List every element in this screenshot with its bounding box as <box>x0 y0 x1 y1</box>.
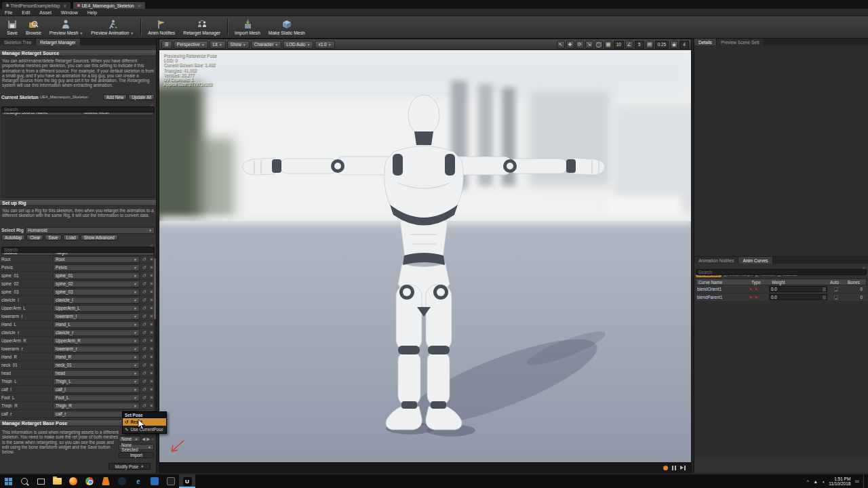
bone-search-input[interactable] <box>1 247 155 253</box>
scale-snap-icon[interactable]: ▤ <box>646 41 654 49</box>
viewport[interactable]: ☰ Perspective▼ Lit▼ Show▼ Character▼ LOD… <box>159 39 692 473</box>
viewport-3d-scene[interactable]: Previewing Reference Pose LOD: 0 Current… <box>159 50 691 464</box>
import-mesh-button[interactable]: Import Mesh <box>231 17 264 38</box>
load-button[interactable]: Load <box>63 235 79 241</box>
code-button[interactable] <box>146 474 163 488</box>
character-button[interactable]: Character▼ <box>251 41 282 49</box>
menu-help[interactable]: Help <box>83 10 102 15</box>
bone-target-dropdown[interactable]: lowerarm_l ▼ <box>53 313 140 320</box>
save-rig-button[interactable]: Save <box>45 235 61 241</box>
pose-selection-dropdown[interactable]: None Selected ▼ <box>119 444 154 450</box>
prev-pose-icon[interactable]: ◀ <box>142 436 145 442</box>
tab-details[interactable]: Details <box>694 39 717 45</box>
mannequin-character[interactable] <box>159 50 691 464</box>
material-flag-icon[interactable]: ✕ <box>754 287 758 292</box>
taskbar-search-button[interactable] <box>16 474 33 488</box>
curve-weight-spinbox[interactable]: 0.0 <box>769 294 827 300</box>
edge-button[interactable]: e <box>130 474 146 488</box>
reset-bone-icon[interactable]: ↺ <box>141 265 147 270</box>
reset-bone-icon[interactable]: ↺ <box>141 379 147 384</box>
record-button-icon[interactable] <box>663 466 668 470</box>
curve-weight-spinbox[interactable]: 0.0 <box>769 286 827 292</box>
chrome-button[interactable] <box>81 474 98 488</box>
reset-bone-icon[interactable]: ↺ <box>141 387 147 392</box>
column-curve-name[interactable]: Curve Name <box>696 280 749 285</box>
bone-target-dropdown[interactable]: Thigh_R ▼ <box>53 403 140 409</box>
next-pose-icon[interactable]: ▶ <box>146 436 150 442</box>
clear-button[interactable]: Clear <box>26 235 43 241</box>
bone-target-dropdown[interactable]: clavicle_r ▼ <box>53 329 140 336</box>
curve-row[interactable]: blendParent1 ✕ ✕ 0.0 ✓ 0 <box>696 293 867 302</box>
show-button[interactable]: Show▼ <box>227 41 250 49</box>
bone-list-scrollbar[interactable] <box>154 256 156 418</box>
close-icon[interactable]: ✕ <box>138 3 141 8</box>
menu-asset[interactable]: Asset <box>35 10 56 15</box>
reset-bone-icon[interactable]: ↺ <box>141 338 147 344</box>
reset-bone-icon[interactable]: ↺ <box>141 346 147 352</box>
auto-checkbox[interactable]: ✓ <box>834 287 838 291</box>
make-static-mesh-button[interactable]: Make Static Mesh <box>264 17 309 38</box>
select-tool-icon[interactable]: ↖ <box>557 41 565 49</box>
start-button[interactable] <box>0 474 16 488</box>
column-type[interactable]: Type <box>749 280 770 285</box>
viewport-options-button[interactable]: ☰ <box>161 41 172 49</box>
translate-tool-icon[interactable]: ✚ <box>566 41 574 49</box>
doc-tab-map[interactable]: ThirdPersonExampleMap ✕ <box>1 1 71 9</box>
tab-skeleton-tree[interactable]: Skeleton Tree <box>0 39 36 45</box>
bone-target-dropdown[interactable]: spine_03 ▼ <box>53 289 140 296</box>
preview-mesh-button[interactable]: Preview Mesh▼ <box>45 17 87 38</box>
reset-bone-icon[interactable]: ↺ <box>141 403 147 409</box>
show-advanced-button[interactable]: Show Advanced <box>81 235 118 241</box>
step-forward-icon[interactable] <box>680 466 686 470</box>
reset-bone-icon[interactable]: ↺ <box>141 306 147 311</box>
column-weight[interactable]: Weight <box>770 280 828 285</box>
modify-pose-button[interactable]: Modify Pose ▼ <box>108 463 151 470</box>
lod-auto-button[interactable]: LOD Auto▼ <box>283 41 313 49</box>
bone-target-dropdown[interactable]: UpperArm_L ▼ <box>53 305 140 312</box>
automap-button[interactable]: AutoMap <box>1 235 25 241</box>
pose-dropdown[interactable]: None ▼ <box>119 436 140 442</box>
rotation-snap-icon[interactable]: ∠ <box>625 41 633 49</box>
column-auto[interactable]: Auto <box>828 280 846 285</box>
bone-target-dropdown[interactable]: Hand_R ▼ <box>53 354 140 361</box>
curve-row[interactable]: blendOrient1 ✕ ✕ 0.0 ✓ 0 <box>696 285 867 293</box>
unreal-engine-taskbar-button[interactable]: U <box>179 474 195 488</box>
vlc-button[interactable] <box>98 474 114 488</box>
action-center-icon[interactable]: ▭ <box>854 479 859 484</box>
bone-target-dropdown[interactable]: Root ▼ <box>53 256 140 263</box>
tab-preview-scene-settings[interactable]: Preview Scene Sett <box>717 39 764 45</box>
volume-icon[interactable]: ◖ <box>822 479 825 484</box>
reset-bone-icon[interactable]: ↺ <box>141 257 147 262</box>
bone-target-dropdown[interactable]: calf_l ▼ <box>53 386 140 393</box>
doc-tab-skeleton[interactable]: UE4_Mannequin_Skeleton ✕ <box>73 1 145 9</box>
bone-target-dropdown[interactable]: clavicle_l ▼ <box>53 297 140 304</box>
reset-bone-icon[interactable]: ↺ <box>141 363 147 368</box>
reset-bone-icon[interactable]: ↺ <box>141 371 147 376</box>
menu-file[interactable]: File <box>0 10 17 15</box>
grid-snap-icon[interactable]: ▦ <box>604 41 612 49</box>
reset-bone-icon[interactable]: ↺ <box>141 298 147 303</box>
preview-animation-button[interactable]: Preview Animation▼ <box>87 17 138 38</box>
retarget-source-list[interactable] <box>1 115 155 198</box>
tab-animation-notifies[interactable]: Animation Notifies <box>694 257 738 264</box>
bone-target-dropdown[interactable]: Hand_L ▼ <box>53 321 140 328</box>
lit-button[interactable]: Lit▼ <box>210 41 226 49</box>
reset-bone-icon[interactable]: ↺ <box>141 322 147 327</box>
camera-speed-icon[interactable]: ◉ <box>670 41 678 49</box>
network-icon[interactable]: ▲ <box>813 479 818 484</box>
menu-edit[interactable]: Edit <box>17 10 35 15</box>
menu-window[interactable]: Window <box>56 10 83 15</box>
tab-retarget-manager[interactable]: Retarget Manager <box>36 39 80 45</box>
bone-target-dropdown[interactable]: spine_01 ▼ <box>53 272 140 279</box>
steam-button[interactable] <box>114 474 130 488</box>
world-local-toggle-icon[interactable]: ◯ <box>595 41 603 49</box>
reset-bone-icon[interactable]: ↺ <box>141 314 147 319</box>
tray-expand-icon[interactable]: ^ <box>807 479 809 484</box>
terminal-button[interactable] <box>163 474 179 488</box>
reset-bone-icon[interactable]: ↺ <box>141 395 147 401</box>
bone-target-dropdown[interactable]: neck_01 ▼ <box>53 362 140 369</box>
reset-bone-icon[interactable]: ↺ <box>141 281 147 287</box>
auto-checkbox[interactable]: ✓ <box>834 296 838 300</box>
task-view-button[interactable] <box>33 474 49 488</box>
find-pose-icon[interactable]: ⌕ <box>151 436 154 442</box>
